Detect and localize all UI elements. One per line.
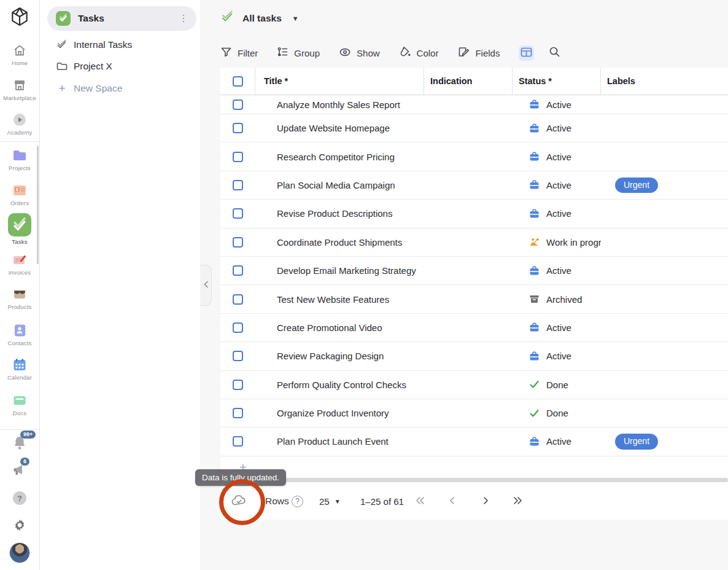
- table-row[interactable]: Coordinate Product ShipmentsWork in prog…: [220, 228, 728, 257]
- table-row[interactable]: Plan Product Launch EventActiveUrgent: [220, 428, 728, 456]
- table-row[interactable]: Review Packaging DesignActive: [220, 342, 728, 370]
- task-title-cell[interactable]: Review Packaging Design: [255, 342, 424, 370]
- labels-cell[interactable]: [601, 200, 728, 227]
- group-button[interactable]: Group: [277, 46, 320, 60]
- status-cell[interactable]: Archived: [513, 285, 601, 313]
- status-cell[interactable]: Active: [513, 114, 601, 142]
- column-header-labels[interactable]: Labels: [601, 68, 728, 95]
- labels-cell[interactable]: [601, 285, 728, 313]
- select-all-checkbox[interactable]: [233, 76, 243, 87]
- sidebar-space-header-tasks[interactable]: Tasks ⋮: [47, 6, 196, 31]
- task-title-cell[interactable]: Plan Social Media Campaign: [255, 171, 424, 199]
- labels-cell[interactable]: [601, 228, 728, 256]
- status-cell[interactable]: Active: [513, 95, 601, 114]
- table-row[interactable]: Analyze Monthly Sales ReportActive: [220, 95, 728, 114]
- show-button[interactable]: Show: [339, 47, 380, 60]
- table-row[interactable]: Research Competitor PricingActive: [220, 142, 728, 171]
- row-checkbox[interactable]: [233, 180, 243, 190]
- indication-cell[interactable]: [424, 399, 513, 427]
- rail-item-products[interactable]: Products: [0, 286, 39, 310]
- view-selector[interactable]: All tasks ▼: [220, 10, 299, 27]
- status-cell[interactable]: Done: [513, 371, 601, 399]
- task-title-cell[interactable]: Plan Product Launch Event: [255, 428, 424, 455]
- rail-item-academy[interactable]: Academy: [0, 111, 39, 136]
- kebab-menu-icon[interactable]: ⋮: [178, 13, 189, 24]
- task-title-cell[interactable]: Perform Quality Control Checks: [255, 371, 424, 399]
- indication-cell[interactable]: [424, 228, 513, 256]
- indication-cell[interactable]: [424, 142, 513, 170]
- announcements-button[interactable]: 6: [0, 461, 39, 477]
- labels-cell[interactable]: Urgent: [601, 428, 728, 455]
- indication-cell[interactable]: [424, 257, 513, 284]
- indication-cell[interactable]: [424, 200, 513, 227]
- table-row[interactable]: Test New Website FeaturesArchived: [220, 285, 728, 313]
- row-checkbox[interactable]: [233, 436, 243, 447]
- indication-cell[interactable]: [424, 371, 513, 399]
- fields-button[interactable]: Fields: [457, 46, 500, 60]
- labels-cell[interactable]: [601, 114, 728, 142]
- horizontal-scrollbar[interactable]: [268, 478, 728, 482]
- status-cell[interactable]: Active: [513, 171, 601, 199]
- previous-page-button[interactable]: [444, 483, 460, 520]
- label-pill[interactable]: Urgent: [615, 434, 658, 450]
- label-pill[interactable]: Urgent: [615, 178, 658, 193]
- table-row[interactable]: Create Promotional VideoActive: [220, 314, 728, 342]
- indication-cell[interactable]: [424, 314, 513, 342]
- page-size-select[interactable]: 25 ▼: [319, 483, 341, 520]
- next-page-button[interactable]: [478, 483, 494, 520]
- row-checkbox[interactable]: [233, 123, 243, 133]
- row-checkbox[interactable]: [233, 351, 243, 361]
- user-avatar[interactable]: [0, 542, 39, 566]
- rail-item-calendar[interactable]: Calendar: [0, 356, 39, 381]
- table-row[interactable]: Organize Product InventoryDone: [220, 399, 728, 428]
- table-row[interactable]: Update Website HomepageActive: [220, 114, 728, 142]
- labels-cell[interactable]: [601, 342, 728, 370]
- table-row[interactable]: Revise Product DescriptionsActive: [220, 200, 728, 228]
- sidebar-collapse-handle[interactable]: [200, 265, 212, 306]
- table-view-button[interactable]: [519, 45, 534, 61]
- status-cell[interactable]: Active: [513, 314, 601, 342]
- row-checkbox[interactable]: [233, 152, 243, 162]
- filter-button[interactable]: Filter: [220, 46, 258, 60]
- rail-item-orders[interactable]: $ Orders: [0, 182, 39, 206]
- row-checkbox[interactable]: [233, 265, 243, 276]
- labels-cell[interactable]: [601, 371, 728, 399]
- indication-cell[interactable]: [424, 171, 513, 199]
- labels-cell[interactable]: [601, 142, 728, 170]
- rail-item-marketplace[interactable]: Marketplace: [0, 77, 39, 101]
- sidebar-item-internal-tasks[interactable]: Internal Tasks: [40, 35, 200, 55]
- status-cell[interactable]: Active: [513, 257, 601, 284]
- indication-cell[interactable]: [424, 95, 513, 114]
- status-cell[interactable]: Done: [513, 399, 601, 427]
- labels-cell[interactable]: [601, 95, 728, 114]
- row-checkbox[interactable]: [233, 100, 243, 110]
- labels-cell[interactable]: [601, 314, 728, 342]
- indication-cell[interactable]: [424, 342, 513, 370]
- row-checkbox[interactable]: [233, 322, 243, 333]
- rail-item-home[interactable]: Home: [0, 42, 39, 66]
- status-cell[interactable]: Active: [513, 200, 601, 227]
- labels-cell[interactable]: [601, 257, 728, 284]
- status-cell[interactable]: Active: [513, 142, 601, 170]
- task-title-cell[interactable]: Organize Product Inventory: [255, 399, 424, 427]
- task-title-cell[interactable]: Analyze Monthly Sales Report: [255, 95, 424, 114]
- color-button[interactable]: Color: [399, 46, 439, 60]
- rail-item-invoices[interactable]: Invoices: [0, 251, 39, 276]
- settings-button[interactable]: [0, 517, 39, 533]
- rail-item-tasks[interactable]: Tasks: [0, 213, 39, 245]
- labels-cell[interactable]: Urgent: [601, 171, 728, 199]
- row-checkbox[interactable]: [233, 237, 243, 248]
- status-cell[interactable]: Active: [513, 342, 601, 370]
- search-button[interactable]: [549, 46, 560, 60]
- task-title-cell[interactable]: Research Competitor Pricing: [255, 142, 424, 170]
- status-cell[interactable]: Active: [513, 428, 601, 455]
- indication-cell[interactable]: [424, 285, 513, 313]
- rail-item-contacts[interactable]: Contacts: [0, 322, 39, 346]
- row-checkbox[interactable]: [233, 408, 243, 418]
- rail-scrollbar[interactable]: [37, 146, 39, 264]
- notifications-button[interactable]: 99+: [0, 434, 39, 450]
- task-title-cell[interactable]: Coordinate Product Shipments: [255, 228, 424, 256]
- task-title-cell[interactable]: Update Website Homepage: [255, 114, 424, 142]
- indication-cell[interactable]: [424, 114, 513, 142]
- table-row[interactable]: Plan Social Media CampaignActiveUrgent: [220, 171, 728, 200]
